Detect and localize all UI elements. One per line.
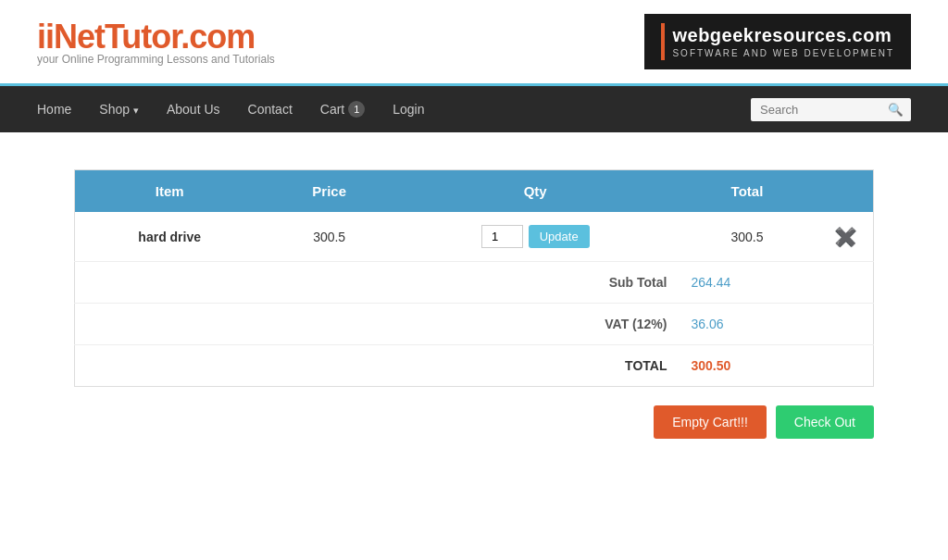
logo-main: iiNetTutor.com <box>37 18 275 56</box>
nav-search: 🔍 <box>751 98 911 121</box>
empty-cart-button[interactable]: Empty Cart!!! <box>654 405 767 439</box>
nav-item-home[interactable]: Home <box>37 87 71 131</box>
nav-item-login[interactable]: Login <box>393 87 424 131</box>
partner-name: webgeekresources.com <box>672 25 894 46</box>
qty-input[interactable] <box>481 225 523 248</box>
chevron-down-icon: ▾ <box>133 105 139 116</box>
nav-link-cart[interactable]: Cart 1 <box>320 86 365 132</box>
update-button[interactable]: Update <box>529 225 590 248</box>
navbar: Home Shop ▾ About Us Contact Cart 1 Logi… <box>0 86 948 132</box>
nav-link-login[interactable]: Login <box>393 87 424 131</box>
subtotal-row: Sub Total 264.44 <box>75 262 874 304</box>
vat-label: VAT (12%) <box>75 304 677 345</box>
cart-label: Cart <box>320 102 344 117</box>
col-qty: Qty <box>394 170 677 213</box>
vat-row: VAT (12%) 36.06 <box>75 304 874 345</box>
total-value: 300.50 <box>676 345 817 387</box>
partner-sub: SOFTWARE AND WEB DEVELOPMENT <box>672 48 894 58</box>
nav-link-home[interactable]: Home <box>37 87 71 131</box>
col-total: Total <box>676 170 817 213</box>
checkout-button[interactable]: Check Out <box>776 405 874 439</box>
subtotal-label: Sub Total <box>75 262 677 304</box>
nav-link-contact[interactable]: Contact <box>248 87 293 131</box>
nav-link-shop[interactable]: Shop ▾ <box>99 87 139 131</box>
nav-links: Home Shop ▾ About Us Contact Cart 1 Logi… <box>37 86 425 132</box>
header: iiNetTutor.com your Online Programming L… <box>0 0 948 83</box>
subtotal-empty <box>818 262 874 304</box>
vat-empty <box>818 304 874 345</box>
total-row: TOTAL 300.50 <box>75 345 874 387</box>
table-header-row: Item Price Qty Total <box>75 170 874 213</box>
nav-shop-label: Shop <box>99 102 130 117</box>
cart-table: Item Price Qty Total hard drive 300.5 Up… <box>74 169 874 387</box>
logo-sub: your Online Programming Lessons and Tuto… <box>37 53 275 66</box>
logo-main-text: iNetTutor.com <box>45 18 255 56</box>
table-row: hard drive 300.5 Update 300.5 ✖️ <box>75 212 874 262</box>
vat-value: 36.06 <box>676 304 817 345</box>
col-action <box>818 170 874 213</box>
cart-count: 1 <box>348 101 365 118</box>
logo-left: iiNetTutor.com your Online Programming L… <box>37 18 275 66</box>
total-label: TOTAL <box>75 345 677 387</box>
item-price: 300.5 <box>264 212 394 262</box>
subtotal-value: 264.44 <box>676 262 817 304</box>
item-qty-cell: Update <box>394 212 677 262</box>
cart-badge-container: Cart 1 <box>320 101 365 118</box>
item-name: hard drive <box>75 212 265 262</box>
cart-actions: Empty Cart!!! Check Out <box>74 405 874 439</box>
nav-link-about[interactable]: About Us <box>167 87 220 131</box>
item-total: 300.5 <box>676 212 817 262</box>
logo-bar <box>661 23 665 60</box>
remove-button[interactable]: ✖️ <box>834 228 857 246</box>
col-item: Item <box>75 170 265 213</box>
nav-item-about[interactable]: About Us <box>167 87 220 131</box>
col-price: Price <box>264 170 394 213</box>
logo-right: webgeekresources.com SOFTWARE AND WEB DE… <box>644 14 911 69</box>
main-content: Item Price Qty Total hard drive 300.5 Up… <box>0 132 948 476</box>
total-empty <box>818 345 874 387</box>
partner-text: webgeekresources.com SOFTWARE AND WEB DE… <box>672 25 894 58</box>
search-input[interactable] <box>751 98 880 121</box>
nav-item-contact[interactable]: Contact <box>248 87 293 131</box>
remove-cell: ✖️ <box>818 212 874 262</box>
nav-item-cart[interactable]: Cart 1 <box>320 86 365 132</box>
search-button[interactable]: 🔍 <box>880 98 911 121</box>
nav-item-shop[interactable]: Shop ▾ <box>99 87 139 131</box>
